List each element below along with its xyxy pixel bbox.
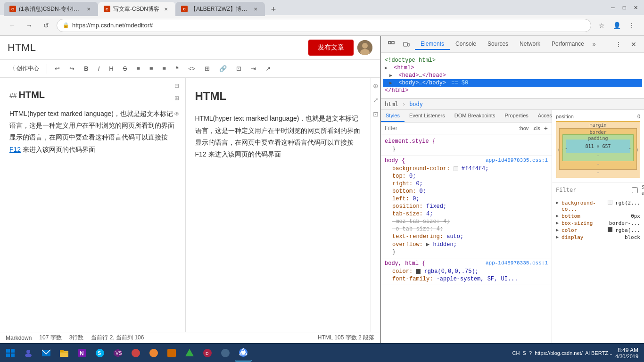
tree-html-close[interactable]: </html> [383,87,642,94]
computed-filter-bar: Show all [552,182,644,197]
tab-favicon-2: C [104,6,110,12]
zoom-fit-icon[interactable]: ⊕ [372,82,380,90]
maximize-button[interactable]: □ [619,3,629,12]
cls-filter[interactable]: .cls [532,125,540,131]
taskbar-chrome[interactable] [235,345,252,362]
tree-html[interactable]: ▶ <html> [383,64,642,72]
new-tab-button[interactable]: + [267,3,280,16]
profile-button[interactable]: 👤 [610,19,623,32]
styles-tab-dom[interactable]: DOM Breakpoints [450,110,500,122]
tab-close-3[interactable]: ✕ [252,5,259,13]
css-source-body-html[interactable]: app-1d48978335.css:1 [486,260,548,268]
css-source-body[interactable]: app-1d48978335.css:1 [486,157,548,165]
computed-prop-boxsizing[interactable]: ▶ box-sizing border-... [556,220,640,227]
refresh-button[interactable]: ↺ [40,19,53,32]
toolbar-ol[interactable]: ≡ [146,63,157,74]
tab-close-2[interactable]: ✕ [162,5,170,13]
tree-body[interactable]: ▶ <body>…</body> == $0 [383,79,642,87]
taskbar-ball2[interactable] [145,345,162,362]
show-all-checkbox[interactable] [632,187,638,193]
computed-filter-input[interactable] [556,187,628,193]
bookmark-button[interactable]: ☆ [595,19,608,32]
styles-tab-styles[interactable]: Styles [381,110,405,122]
toolbar-table[interactable]: ⊞ [201,63,214,74]
tree-doctype[interactable]: <!doctype html> [383,57,642,64]
taskbar-app12[interactable] [217,345,234,362]
tab-blog[interactable]: C 【ALBERTZWZ】博客 - CSDN ✕ [175,2,265,16]
taskbar-outlook[interactable] [38,345,55,362]
devtools-settings-button[interactable]: ⋮ [612,38,625,51]
toolbar-image[interactable]: ⊡ [232,63,245,74]
css-prop-top: top: 0; [385,173,548,180]
minimize-button[interactable]: ─ [608,3,618,12]
tab-close-1[interactable]: ✕ [85,5,92,13]
computed-prop-bottom[interactable]: ▶ bottom 0px [556,213,640,220]
taskbar-explorer[interactable] [56,345,73,362]
toolbar-undo[interactable]: ↩ [51,63,64,74]
eye-icon[interactable]: 👁 [172,110,182,119]
toolbar-strikethrough[interactable]: S [119,63,131,74]
toolbar-italic[interactable]: I [94,63,104,74]
taskbar-app10[interactable] [181,345,198,362]
position-value: 0 [637,114,640,119]
body-tag: <body> [398,80,419,86]
taskbar-onenote[interactable]: N [74,345,91,362]
tree-head[interactable]: ▶ <head>…</head> [383,72,642,79]
f12-link[interactable]: F12 [9,146,21,153]
split-vertical-icon[interactable]: ⊞ [172,94,182,103]
taskbar-app11[interactable]: D [199,345,216,362]
tab-sources[interactable]: Sources [482,39,514,50]
css-brace-body: } [385,248,548,256]
toolbar-quote[interactable]: ❝ [172,63,182,74]
computed-prop-color[interactable]: ▶ color rgba(... [556,227,640,234]
toolbar-heading[interactable]: H [105,63,117,74]
computed-prop-display[interactable]: ▶ display block [556,234,640,241]
toolbar-back-btn[interactable]: 〈 创作中心 [6,63,43,74]
split-horizontal-icon[interactable]: ⊟ [172,82,182,91]
tab-elements[interactable]: Elements [415,39,450,50]
menu-button[interactable]: ⋮ [625,19,638,32]
pseudo-filter[interactable]: :hov [519,125,529,131]
collapse-icon[interactable]: ⊡ [372,110,380,118]
taskbar-skype[interactable]: S [91,345,108,362]
toolbar-code[interactable]: <> [184,63,199,74]
computed-prop-bg[interactable]: ▶ background-co... rgb(2... [556,199,640,213]
url-bar[interactable]: 🔒 https://mp.csdn.net/mdeditor# [57,19,591,32]
svg-text:N: N [80,350,84,357]
tab-csdn-community[interactable]: C (1条消息)CSDN-专业IT技术社区 ✕ [4,2,98,16]
styles-tab-event[interactable]: Event Listeners [405,110,450,122]
toolbar-preview-toggle[interactable]: ↗ [262,63,274,74]
expand-icon[interactable]: ⤢ [372,96,380,104]
breadcrumb-html[interactable]: html [385,101,398,107]
toolbar-bold[interactable]: B [80,63,92,74]
styles-tab-props[interactable]: Properties [500,110,533,122]
toolbar-redo[interactable]: ↪ [66,63,78,74]
device-toggle-button[interactable] [400,38,413,51]
inspect-element-button[interactable] [385,38,398,51]
forward-button[interactable]: → [23,19,36,32]
tab-console[interactable]: Console [450,39,482,50]
editor-title-input[interactable] [8,41,154,54]
taskbar-vs[interactable]: VS [109,345,126,362]
tab-performance[interactable]: Performance [546,39,590,50]
tab-network[interactable]: Network [514,39,546,50]
taskbar-app9[interactable] [163,345,180,362]
back-button[interactable]: ← [6,19,19,32]
publish-button[interactable]: 发布文章 [308,40,354,56]
close-button[interactable]: ✕ [631,3,640,12]
toolbar-fullscreen[interactable]: ⇥ [247,63,260,74]
add-style-button[interactable]: + [544,124,548,132]
more-tabs-button[interactable]: » [590,39,599,49]
styles-tab-accessibility[interactable]: Accessibility [533,110,552,122]
toolbar-link[interactable]: 🔗 [215,63,231,74]
toolbar-indent[interactable]: ≡ [159,63,170,74]
styles-filter-input[interactable] [385,125,515,132]
taskbar-ball1[interactable] [127,345,144,362]
toolbar-ul[interactable]: ≡ [132,63,144,74]
tab-editor[interactable]: C 写文章-CSDN博客 ✕ [98,2,175,16]
taskbar-teams[interactable] [20,345,37,362]
devtools-close-button[interactable]: ✕ [627,38,640,51]
markdown-pane[interactable]: ## HTML HTML(hyper text marked language)… [0,78,186,332]
breadcrumb-body[interactable]: body [409,101,423,107]
taskbar-start[interactable] [2,345,19,362]
